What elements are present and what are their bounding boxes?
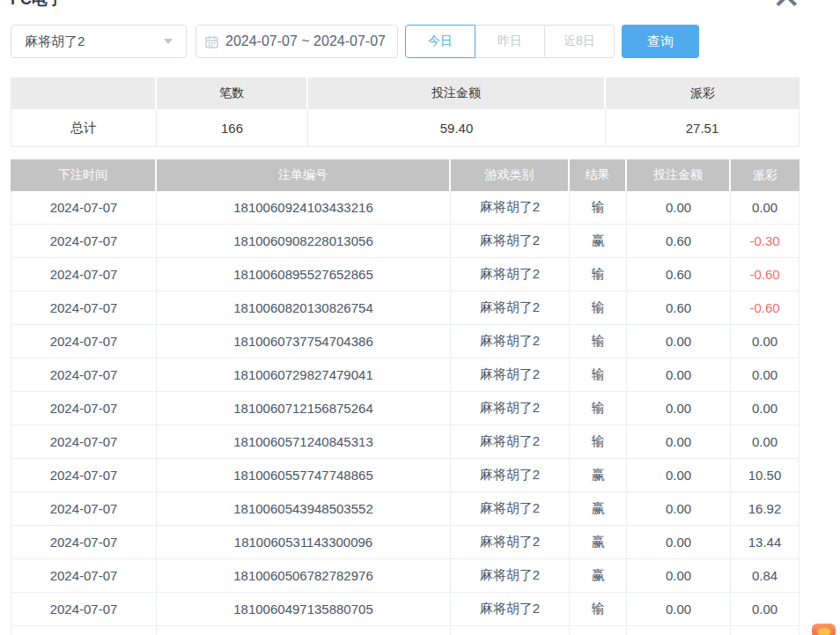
cell-time: 2024-07-07 xyxy=(11,392,157,425)
cell-time: 2024-07-07 xyxy=(11,559,157,593)
cell-payout: -0.60 xyxy=(731,258,799,292)
col-header-game: 游戏类别 xyxy=(451,159,570,191)
cell-result: 赢 xyxy=(570,526,627,559)
cell-id: 1810060497135880705 xyxy=(157,593,451,626)
close-icon[interactable]: ✕ xyxy=(771,0,801,14)
game-select[interactable]: 麻将胡了2 xyxy=(11,25,187,58)
cell-bet: 0.00 xyxy=(627,559,731,593)
cell-bet: 0.00 xyxy=(627,392,731,425)
cell-game: 麻将胡了2 xyxy=(451,325,570,358)
last8days-button[interactable]: 近8日 xyxy=(544,25,615,58)
cell-time: 2024-07-07 xyxy=(11,225,157,258)
cell-id: 1810060895527652865 xyxy=(157,258,451,292)
table-row: 2024-07-07 1810060571240845313 麻将胡了2 输 0… xyxy=(11,425,799,459)
cell-payout: 10.50 xyxy=(731,459,799,492)
table-row: 2024-07-07 1810060506782782976 麻将胡了2 赢 0… xyxy=(11,559,799,593)
cell-game: 麻将胡了2 xyxy=(451,459,570,492)
calendar-icon xyxy=(205,35,218,48)
cell-payout: 13.44 xyxy=(731,526,799,559)
cell-game: 麻将胡了2 xyxy=(451,258,570,292)
cell-payout: 0.00 xyxy=(731,325,799,358)
table-row: 2024-07-07 1810060820130826754 麻将胡了2 输 0… xyxy=(11,292,799,325)
col-header-time: 下注时间 xyxy=(11,159,157,191)
cell-result: 输 xyxy=(570,358,627,392)
col-header-id: 注单编号 xyxy=(157,159,451,191)
cell-id: 1810060820130826754 xyxy=(157,292,451,325)
summary-total-payout: 27.51 xyxy=(606,109,799,147)
summary-total-count: 166 xyxy=(157,109,308,147)
cell-bet: 0.00 xyxy=(627,459,731,492)
table-row: 2024-07-07 1810060531143300096 麻将胡了2 赢 0… xyxy=(11,526,799,559)
cell-id: 1810060557747748865 xyxy=(157,459,451,492)
col-header-payout: 派彩 xyxy=(731,159,799,191)
page-title: FC电子 xyxy=(11,0,63,7)
summary-header-payout: 派彩 xyxy=(606,78,799,109)
summary-total-bet: 59.40 xyxy=(308,109,606,147)
cell-time: 2024-07-07 xyxy=(11,492,157,526)
table-row: 2024-07-07 1810060729827479041 麻将胡了2 输 0… xyxy=(11,358,799,392)
cell-id: 1810060924103433216 xyxy=(157,191,451,225)
cell-bet: 0.00 xyxy=(627,325,731,358)
cell-payout: -0.60 xyxy=(731,292,799,325)
cell-bet: 0.00 xyxy=(627,526,731,559)
table-row: 2024-07-07 1810060497135880705 麻将胡了2 输 0… xyxy=(11,593,799,626)
summary-table: 笔数 投注金额 派彩 总计 166 59.40 27.51 xyxy=(11,78,799,147)
cell-id: 1810060908228013056 xyxy=(157,225,451,258)
cell-game: 麻将胡了2 xyxy=(451,191,570,225)
cell-time: 2024-07-07 xyxy=(11,526,157,559)
cell-payout: 0.00 xyxy=(731,425,799,459)
cell-time: 2024-07-07 xyxy=(11,459,157,492)
table-row: 2024-07-07 1810060895527652865 麻将胡了2 输 0… xyxy=(11,258,799,292)
cell-result: 输 xyxy=(570,258,627,292)
yesterday-button[interactable]: 昨日 xyxy=(475,25,545,58)
col-header-result: 结果 xyxy=(570,159,627,191)
cell-id: 1810060729827479041 xyxy=(157,358,451,392)
floating-service-button[interactable] xyxy=(812,624,836,635)
cell-id: 1810060531143300096 xyxy=(157,526,451,559)
game-select-value: 麻将胡了2 xyxy=(25,33,85,50)
cell-game: 麻将胡了2 xyxy=(451,425,570,459)
chevron-down-icon xyxy=(164,39,173,44)
summary-total-row: 总计 166 59.40 27.51 xyxy=(11,109,799,147)
cell-payout: 0.00 xyxy=(731,358,799,392)
cell-id: 1810060571240845313 xyxy=(157,425,451,459)
cell-bet: 0.60 xyxy=(627,292,731,325)
summary-header-bet: 投注金额 xyxy=(308,78,606,109)
cell-result: 赢 xyxy=(570,225,627,258)
cell-payout: 0.00 xyxy=(731,191,799,225)
cell-bet: 0.00 xyxy=(627,425,731,459)
cell-game: 麻将胡了2 xyxy=(451,225,570,258)
cell-game: 麻将胡了2 xyxy=(451,526,570,559)
cell-payout: 0.84 xyxy=(731,559,799,593)
cell-result: 赢 xyxy=(570,459,627,492)
cell-game: 麻将胡了2 xyxy=(451,358,570,392)
partial-next-row xyxy=(11,626,799,635)
cell-bet: 0.00 xyxy=(627,358,731,392)
cell-time: 2024-07-07 xyxy=(11,191,157,225)
cell-payout: 0.00 xyxy=(731,392,799,425)
cell-id: 1810060543948503552 xyxy=(157,492,451,526)
cell-game: 麻将胡了2 xyxy=(451,593,570,626)
cell-bet: 0.60 xyxy=(627,225,731,258)
cell-id: 1810060506782782976 xyxy=(157,559,451,593)
today-button[interactable]: 今日 xyxy=(405,25,475,58)
col-header-bet: 投注金额 xyxy=(627,159,731,191)
summary-total-label: 总计 xyxy=(11,109,157,147)
cell-bet: 0.00 xyxy=(627,492,731,526)
cell-result: 输 xyxy=(570,392,627,425)
cell-time: 2024-07-07 xyxy=(11,593,157,626)
table-row: 2024-07-07 1810060712156875264 麻将胡了2 输 0… xyxy=(11,392,799,425)
cell-payout: 16.92 xyxy=(731,492,799,526)
cell-game: 麻将胡了2 xyxy=(451,559,570,593)
cell-time: 2024-07-07 xyxy=(11,258,157,292)
bets-table: 下注时间 注单编号 游戏类别 结果 投注金额 派彩 2024-07-07 181… xyxy=(11,159,799,626)
summary-header-empty xyxy=(11,78,157,109)
cell-result: 赢 xyxy=(570,492,627,526)
date-range-picker[interactable]: 2024-07-07 ~ 2024-07-07 xyxy=(195,25,398,58)
query-button[interactable]: 查询 xyxy=(622,25,699,58)
cell-result: 输 xyxy=(570,191,627,225)
cell-payout: -0.30 xyxy=(731,225,799,258)
cell-game: 麻将胡了2 xyxy=(451,492,570,526)
cell-time: 2024-07-07 xyxy=(11,358,157,392)
cell-result: 赢 xyxy=(570,559,627,593)
